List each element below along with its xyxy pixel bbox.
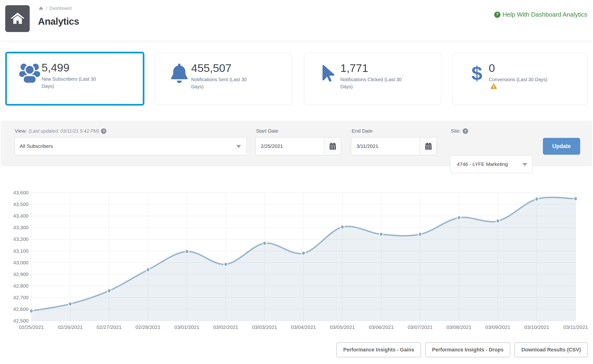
chevron-down-icon [522, 163, 527, 166]
breadcrumb-home-icon[interactable] [39, 6, 43, 11]
site-select-value: 4746 - LYFE Marketing [455, 161, 508, 167]
site-help-icon[interactable]: ? [463, 128, 468, 134]
start-date-label: Start Date [256, 128, 279, 134]
download-results-csv-button[interactable]: Download Results (CSV) [514, 342, 588, 357]
svg-text:43,100: 43,100 [13, 248, 28, 254]
view-select[interactable]: All Subscribers [15, 137, 246, 155]
area-chart-svg: 42,50042,60042,70042,80042,90043,00043,1… [0, 185, 593, 337]
svg-text:43,000: 43,000 [13, 260, 28, 265]
home-button[interactable] [5, 5, 30, 32]
dollar-icon: $ [466, 62, 488, 85]
svg-text:42,500: 42,500 [13, 318, 28, 323]
svg-text:03/11/2021: 03/11/2021 [563, 324, 588, 330]
site-label: Site: ? [451, 128, 468, 134]
analytics-dashboard-page: / Dashboard Analytics ? Help With Dashbo… [0, 0, 593, 364]
svg-text:42,600: 42,600 [13, 306, 28, 312]
actions-bar: Performance Insights - Gains Performance… [336, 342, 588, 357]
svg-text:02/28/2021: 02/28/2021 [136, 324, 161, 330]
stat-label: New Subscribers (Last 30 Days) [42, 75, 103, 90]
view-help-icon[interactable]: ? [101, 128, 106, 134]
svg-text:42,700: 42,700 [13, 295, 28, 300]
view-select-value: All Subscribers [20, 143, 53, 149]
performance-insights-gains-button[interactable]: Performance Insights - Gains [336, 342, 421, 357]
stat-card-notifications-sent[interactable]: 455,507 Notifications Sent (Last 30 Days… [155, 53, 292, 105]
start-date-field [255, 137, 341, 155]
bell-icon [168, 62, 190, 85]
svg-text:43,600: 43,600 [13, 190, 28, 195]
stat-label: Conversions (Last 30 Days) [489, 76, 550, 90]
stat-card-conversions[interactable]: $ 0 Conversions (Last 30 Days) [452, 53, 588, 105]
stat-card-notifications-clicked[interactable]: 1,771 Notifications Clicked (Last 30 Day… [304, 53, 441, 105]
calendar-icon [329, 143, 336, 150]
svg-text:03/04/2021: 03/04/2021 [291, 324, 316, 330]
stat-label: Notifications Clicked (Last 30 Days) [340, 76, 402, 90]
svg-text:03/05/2021: 03/05/2021 [330, 324, 355, 330]
end-date-input[interactable] [351, 137, 420, 155]
help-link-label: Help With Dashboard Analytics [502, 11, 587, 18]
svg-text:43,400: 43,400 [13, 213, 28, 219]
calendar-icon [425, 143, 432, 150]
svg-text:02/26/2021: 02/26/2021 [58, 324, 83, 330]
home-icon [10, 11, 25, 26]
help-link[interactable]: ? Help With Dashboard Analytics [494, 11, 587, 18]
svg-text:02/27/2021: 02/27/2021 [97, 324, 122, 330]
start-date-calendar-button[interactable] [324, 137, 341, 155]
svg-text:03/06/2021: 03/06/2021 [369, 324, 394, 330]
breadcrumb: / Dashboard [39, 6, 72, 11]
end-date-label: End Date [352, 128, 373, 134]
last-updated-text: (Last updated: 03/11/21 5:42 PM) [29, 128, 99, 134]
svg-text:03/08/2021: 03/08/2021 [447, 324, 471, 330]
svg-text:43,200: 43,200 [13, 236, 28, 242]
performance-insights-drops-button[interactable]: Performance Insights - Drops [425, 342, 510, 357]
svg-text:03/02/2021: 03/02/2021 [213, 324, 238, 330]
svg-text:03/10/2021: 03/10/2021 [524, 324, 549, 330]
update-button[interactable]: Update [543, 138, 580, 155]
subscribers-chart: 42,50042,60042,70042,80042,90043,00043,1… [0, 185, 593, 337]
svg-text:43,300: 43,300 [13, 225, 28, 230]
end-date-calendar-button[interactable] [420, 137, 437, 155]
svg-text:42,900: 42,900 [13, 272, 28, 277]
stat-value: 0 [489, 62, 550, 74]
stat-value: 1,771 [340, 62, 402, 74]
svg-text:03/07/2021: 03/07/2021 [408, 324, 432, 330]
site-select[interactable]: 4746 - LYFE Marketing [450, 155, 533, 173]
stat-card-new-subscribers[interactable]: 5,499 New Subscribers (Last 30 Days) [5, 52, 144, 106]
stat-label: Notifications Sent (Last 30 Days) [191, 76, 252, 90]
header: / Dashboard Analytics ? Help With Dashbo… [0, 0, 593, 41]
page-title: Analytics [38, 16, 79, 27]
warning-icon [489, 84, 497, 89]
stat-value: 455,507 [191, 62, 252, 74]
breadcrumb-item-dashboard[interactable]: Dashboard [49, 6, 72, 11]
svg-text:03/01/2021: 03/01/2021 [174, 324, 199, 330]
svg-text:42,800: 42,800 [13, 283, 28, 289]
end-date-field [351, 137, 437, 155]
svg-text:03/09/2021: 03/09/2021 [485, 324, 510, 330]
view-label: View: (Last updated: 03/11/21 5:42 PM) ? [15, 128, 106, 134]
svg-text:43,500: 43,500 [13, 202, 28, 207]
users-icon [19, 61, 41, 84]
breadcrumb-separator: / [46, 6, 47, 11]
stat-value: 5,499 [42, 61, 103, 74]
help-circle-icon: ? [494, 12, 500, 18]
filter-bar: View: (Last updated: 03/11/21 5:42 PM) ?… [1, 121, 592, 166]
svg-text:02/25/2021: 02/25/2021 [19, 324, 44, 330]
svg-text:03/03/2021: 03/03/2021 [252, 324, 277, 330]
start-date-input[interactable] [256, 137, 324, 155]
chevron-down-icon [236, 145, 241, 148]
cursor-icon [317, 62, 339, 85]
